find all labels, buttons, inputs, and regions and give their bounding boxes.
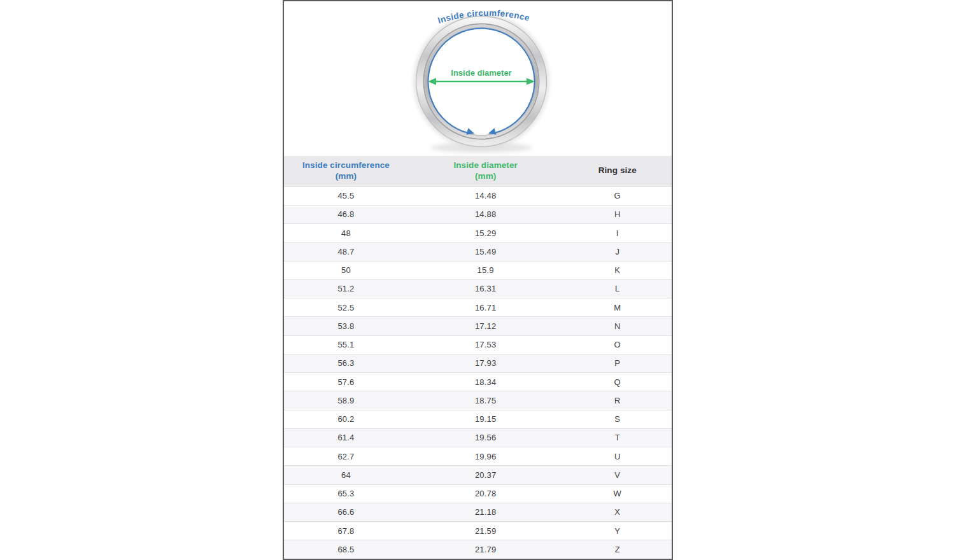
ring-diagram: Inside circumference Inside diameter xyxy=(284,1,672,156)
ring-size-cell: Q xyxy=(563,373,672,391)
diameter-cell: 18.34 xyxy=(408,373,563,391)
table-row: 66.621.18X xyxy=(284,503,672,521)
circumference-cell: 65.3 xyxy=(284,484,408,503)
ring-size-cell: J xyxy=(563,242,672,261)
header-diameter-unit: (mm) xyxy=(475,171,496,181)
ring-size-cell: N xyxy=(563,317,672,335)
circumference-cell: 58.9 xyxy=(284,391,408,410)
header-inside-circumference: Inside circumference (mm) xyxy=(284,156,408,186)
circumference-cell: 52.5 xyxy=(284,298,408,317)
diameter-cell: 17.12 xyxy=(408,317,563,335)
diameter-cell: 16.71 xyxy=(408,298,563,317)
diameter-cell: 18.75 xyxy=(408,391,563,410)
circumference-cell: 64 xyxy=(284,466,408,484)
table-row: 65.320.78W xyxy=(284,484,672,503)
circumference-cell: 67.8 xyxy=(284,522,408,540)
table-row: 58.918.75R xyxy=(284,391,672,410)
ring-size-cell: P xyxy=(563,354,672,372)
diameter-cell: 15.49 xyxy=(408,242,563,261)
diameter-cell: 17.93 xyxy=(408,354,563,372)
table-header-row: Inside circumference (mm) Inside diamete… xyxy=(284,156,672,186)
table-body: 45.514.48G46.814.88H4815.29I48.715.49J50… xyxy=(284,186,672,559)
table-row: 55.117.53O xyxy=(284,335,672,354)
ring-size-cell: O xyxy=(563,335,672,354)
header-circumference-label: Inside circumference xyxy=(302,160,390,170)
ring-size-cell: S xyxy=(563,410,672,428)
circumference-cell: 62.7 xyxy=(284,447,408,466)
diameter-cell: 19.15 xyxy=(408,410,563,428)
ring-size-table: Inside circumference (mm) Inside diamete… xyxy=(284,156,672,559)
header-ring-size-label: Ring size xyxy=(598,165,637,175)
circumference-cell: 56.3 xyxy=(284,354,408,372)
table-row: 6420.37V xyxy=(284,466,672,484)
ring-size-cell: R xyxy=(563,391,672,410)
circumference-cell: 46.8 xyxy=(284,205,408,223)
circumference-cell: 60.2 xyxy=(284,410,408,428)
inside-diameter-annotation: Inside diameter xyxy=(428,68,535,85)
table-row: 60.219.15S xyxy=(284,410,672,428)
diameter-cell: 19.96 xyxy=(408,447,563,466)
circumference-arc xyxy=(428,28,535,133)
inside-diameter-label: Inside diameter xyxy=(451,68,511,78)
table-row: 48.715.49J xyxy=(284,242,672,261)
table-row: 52.516.71M xyxy=(284,298,672,317)
diameter-cell: 14.48 xyxy=(408,186,563,205)
table-row: 4815.29I xyxy=(284,224,672,242)
ring-size-cell: M xyxy=(563,298,672,317)
table-row: 56.317.93P xyxy=(284,354,672,372)
circumference-cell: 50 xyxy=(284,261,408,279)
circumference-cell: 57.6 xyxy=(284,373,408,391)
circumference-cell: 48.7 xyxy=(284,242,408,261)
diameter-cell: 21.79 xyxy=(408,540,563,559)
ring-size-cell: I xyxy=(563,224,672,242)
circumference-cell: 66.6 xyxy=(284,503,408,521)
table-row: 61.419.56T xyxy=(284,428,672,447)
table-row: 45.514.48G xyxy=(284,186,672,205)
circumference-cell: 48 xyxy=(284,224,408,242)
circumference-cell: 51.2 xyxy=(284,279,408,298)
ring-size-cell: L xyxy=(563,279,672,298)
circumference-cell: 55.1 xyxy=(284,335,408,354)
ring-size-cell: V xyxy=(563,466,672,484)
ring-size-card: Inside circumference Inside diameter Ins… xyxy=(283,0,673,560)
ring-size-cell: U xyxy=(563,447,672,466)
diameter-cell: 15.9 xyxy=(408,261,563,279)
ring-size-cell: T xyxy=(563,428,672,447)
ring-size-cell: Z xyxy=(563,540,672,559)
header-inside-diameter: Inside diameter (mm) xyxy=(408,156,563,186)
circumference-cell: 61.4 xyxy=(284,428,408,447)
diameter-cell: 17.53 xyxy=(408,335,563,354)
diameter-cell: 19.56 xyxy=(408,428,563,447)
circumference-cell: 53.8 xyxy=(284,317,408,335)
table-row: 53.817.12N xyxy=(284,317,672,335)
diameter-cell: 20.78 xyxy=(408,484,563,503)
diameter-cell: 16.31 xyxy=(408,279,563,298)
header-diameter-label: Inside diameter xyxy=(453,160,518,170)
table-row: 46.814.88H xyxy=(284,205,672,223)
diameter-cell: 21.59 xyxy=(408,522,563,540)
ring-size-cell: G xyxy=(563,186,672,205)
table-row: 67.821.59Y xyxy=(284,522,672,540)
header-ring-size: Ring size xyxy=(563,156,672,186)
ring-size-cell: X xyxy=(563,503,672,521)
diameter-cell: 21.18 xyxy=(408,503,563,521)
ring-size-cell: W xyxy=(563,484,672,503)
ring-diagram-svg: Inside circumference Inside diameter xyxy=(284,1,672,156)
table-row: 5015.9K xyxy=(284,261,672,279)
table-row: 57.618.34Q xyxy=(284,373,672,391)
table-row: 51.216.31L xyxy=(284,279,672,298)
diameter-cell: 14.88 xyxy=(408,205,563,223)
diameter-arrow-right-icon xyxy=(527,78,535,85)
table-row: 62.719.96U xyxy=(284,447,672,466)
header-circumference-unit: (mm) xyxy=(336,171,357,181)
diameter-cell: 15.29 xyxy=(408,224,563,242)
table-row: 68.521.79Z xyxy=(284,540,672,559)
diameter-cell: 20.37 xyxy=(408,466,563,484)
ring-size-cell: H xyxy=(563,205,672,223)
circumference-cell: 68.5 xyxy=(284,540,408,559)
ring-size-cell: Y xyxy=(563,522,672,540)
diameter-arrow-left-icon xyxy=(428,78,436,85)
ring-size-cell: K xyxy=(563,261,672,279)
circumference-cell: 45.5 xyxy=(284,186,408,205)
